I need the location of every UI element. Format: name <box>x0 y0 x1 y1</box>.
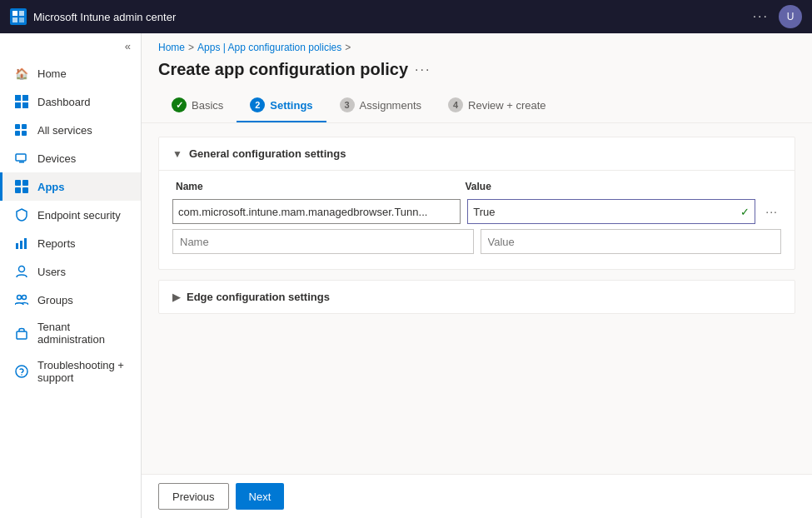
all-services-icon <box>14 122 29 137</box>
content-area: Home > Apps | App configuration policies… <box>142 33 812 518</box>
name-field-wrapper: com.microsoft.intune.mam.managedbrowser.… <box>172 199 461 224</box>
config-table-header: Name Value <box>172 181 781 199</box>
previous-button[interactable]: Previous <box>158 483 229 510</box>
sidebar: « 🏠 Home Dashboard All services Devices <box>0 33 142 518</box>
breadcrumb-sep1: > <box>188 42 194 53</box>
tab-settings-label: Settings <box>270 99 312 112</box>
breadcrumb-sep2: > <box>345 42 351 53</box>
tenant-admin-icon <box>14 326 29 341</box>
scroll-area: ▼ General configuration settings Name Va… <box>142 123 812 474</box>
edge-config-section: ▶ Edge configuration settings <box>158 280 795 314</box>
col-value-header: Value <box>462 181 752 192</box>
sidebar-item-label: Groups <box>37 294 73 306</box>
sidebar-item-endpoint-security[interactable]: Endpoint security <box>0 201 141 229</box>
topbar-more-button[interactable]: ··· <box>753 9 769 24</box>
name-field-value: com.microsoft.intune.mam.managedbrowser.… <box>178 206 455 218</box>
svg-rect-15 <box>22 180 28 186</box>
value-empty-input[interactable] <box>481 229 782 254</box>
sidebar-item-groups[interactable]: Groups <box>0 286 141 314</box>
svg-rect-10 <box>15 131 20 136</box>
svg-rect-14 <box>15 180 21 186</box>
svg-rect-24 <box>17 331 27 339</box>
tab-settings[interactable]: 2 Settings <box>237 89 326 122</box>
sidebar-item-dashboard[interactable]: Dashboard <box>0 87 141 116</box>
sidebar-item-label: Reports <box>37 237 76 250</box>
svg-rect-7 <box>22 102 28 108</box>
apps-icon <box>14 179 29 194</box>
sidebar-collapse-button[interactable]: « <box>0 33 141 59</box>
svg-rect-20 <box>24 238 27 249</box>
svg-rect-13 <box>19 162 24 163</box>
user-avatar[interactable]: U <box>779 5 802 28</box>
table-row-empty <box>172 229 781 254</box>
next-button[interactable]: Next <box>236 483 285 510</box>
tab-review[interactable]: 4 Review + create <box>435 89 560 122</box>
sidebar-item-tenant-admin[interactable]: Tenant administration <box>0 314 141 352</box>
tab-basics-badge: ✓ <box>172 97 187 112</box>
sidebar-item-devices[interactable]: Devices <box>0 144 141 172</box>
general-config-header[interactable]: ▼ General configuration settings <box>159 137 795 171</box>
footer: Previous Next <box>142 474 812 518</box>
svg-point-21 <box>19 266 25 272</box>
breadcrumb: Home > Apps | App configuration policies… <box>142 33 812 53</box>
config-table: Name Value com.microsoft.intune.mam.mana… <box>172 181 781 254</box>
svg-rect-12 <box>16 154 26 161</box>
row-action-button[interactable]: ··· <box>762 202 781 222</box>
svg-rect-11 <box>22 131 27 136</box>
svg-rect-2 <box>12 17 17 22</box>
tab-review-label: Review + create <box>468 99 546 112</box>
users-icon <box>14 264 29 279</box>
tab-basics[interactable]: ✓ Basics <box>158 89 237 122</box>
table-row: com.microsoft.intune.mam.managedbrowser.… <box>172 199 781 224</box>
breadcrumb-home[interactable]: Home <box>158 42 185 53</box>
sidebar-item-label: Devices <box>37 152 76 165</box>
svg-rect-16 <box>15 187 21 193</box>
sidebar-item-label: Apps <box>37 181 65 193</box>
svg-rect-4 <box>15 95 21 101</box>
page-more-button[interactable]: ··· <box>415 62 431 77</box>
sidebar-item-reports[interactable]: Reports <box>0 229 141 257</box>
svg-rect-5 <box>22 95 28 101</box>
tabs-bar: ✓ Basics 2 Settings 3 Assignments 4 Revi… <box>142 89 812 123</box>
svg-rect-3 <box>19 17 24 22</box>
sidebar-item-label: Dashboard <box>37 96 91 108</box>
svg-rect-0 <box>12 11 17 16</box>
app-title: Microsoft Intune admin center <box>33 11 176 23</box>
general-config-body: Name Value com.microsoft.intune.mam.mana… <box>159 171 795 269</box>
general-config-section: ▼ General configuration settings Name Va… <box>158 137 795 270</box>
edge-config-header[interactable]: ▶ Edge configuration settings <box>159 281 795 313</box>
svg-rect-18 <box>16 243 18 249</box>
value-check-icon: ✓ <box>740 206 750 218</box>
name-empty-input[interactable] <box>172 229 474 254</box>
tab-assignments[interactable]: 3 Assignments <box>326 89 435 122</box>
sidebar-item-label: Endpoint security <box>37 209 121 222</box>
sidebar-item-users[interactable]: Users <box>0 257 141 286</box>
page-header: Create app configuration policy ··· <box>142 53 812 89</box>
sidebar-item-troubleshooting[interactable]: Troubleshooting + support <box>0 352 141 391</box>
sidebar-item-all-services[interactable]: All services <box>0 116 141 144</box>
topbar-left: Microsoft Intune admin center <box>10 8 176 25</box>
edge-chevron-icon: ▶ <box>172 291 180 303</box>
edge-config-title: Edge configuration settings <box>187 291 330 303</box>
dashboard-icon <box>14 94 29 109</box>
svg-rect-9 <box>22 124 27 129</box>
sidebar-item-label: Users <box>37 266 66 278</box>
sidebar-item-label: All services <box>37 124 92 137</box>
tab-basics-label: Basics <box>192 99 223 112</box>
svg-rect-17 <box>22 187 28 193</box>
devices-icon <box>14 151 29 166</box>
svg-rect-19 <box>20 241 22 249</box>
home-icon: 🏠 <box>14 66 29 81</box>
troubleshooting-icon <box>14 364 29 379</box>
tab-settings-badge: 2 <box>250 97 265 112</box>
col-name-header: Name <box>172 181 462 192</box>
sidebar-item-apps[interactable]: Apps <box>0 172 141 201</box>
svg-rect-8 <box>15 124 20 129</box>
breadcrumb-apps[interactable]: Apps | App configuration policies <box>197 42 341 53</box>
sidebar-item-home[interactable]: 🏠 Home <box>0 59 141 87</box>
general-chevron-icon: ▼ <box>172 148 182 160</box>
value-field-value: True <box>473 206 737 218</box>
sidebar-item-label: Troubleshooting + support <box>37 359 129 384</box>
reports-icon <box>14 236 29 251</box>
svg-rect-1 <box>19 11 24 16</box>
